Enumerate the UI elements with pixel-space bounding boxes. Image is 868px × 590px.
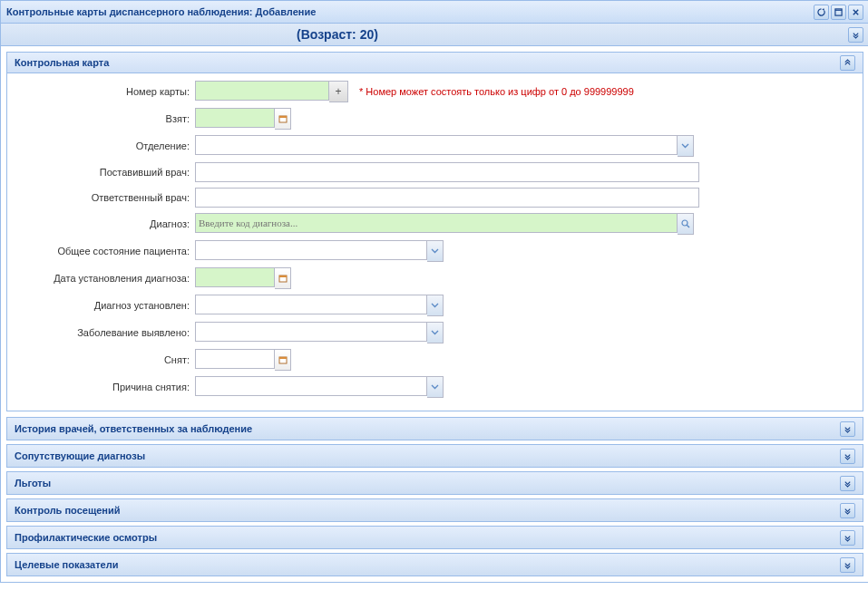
svg-point-4 xyxy=(682,220,688,226)
chevron-down-icon[interactable] xyxy=(678,135,694,157)
window-title: Контрольные карты диспансерного наблюден… xyxy=(6,6,814,17)
expand-down-icon[interactable] xyxy=(840,421,855,437)
patient-age-text: (Возраст: 20) xyxy=(6,27,848,42)
patient-subbar: (Возраст: 20) xyxy=(1,24,868,46)
svg-rect-3 xyxy=(279,116,287,118)
svg-line-5 xyxy=(687,225,689,227)
patient-condition-label: Общее состояние пациента: xyxy=(13,246,195,256)
subbar-expand-icon[interactable] xyxy=(848,27,863,43)
card-number-label: Номер карты: xyxy=(13,86,195,97)
collapsed-panel-title: Контроль посещений xyxy=(15,505,840,516)
calendar-icon[interactable] xyxy=(275,267,291,289)
removal-reason-select[interactable] xyxy=(195,376,427,396)
collapsed-panel-header[interactable]: Сопутствующие диагнозы xyxy=(7,445,863,467)
main-panel-header: Контрольная карта xyxy=(7,53,863,73)
diagnosis-label: Диагноз: xyxy=(13,218,195,229)
removal-reason-label: Причина снятия: xyxy=(13,382,195,392)
diagnosis-input[interactable] xyxy=(195,213,678,233)
chevron-down-icon[interactable] xyxy=(427,322,444,343)
collapsed-panel-header[interactable]: Льготы xyxy=(7,472,863,494)
window: Контрольные карты диспансерного наблюден… xyxy=(0,0,868,583)
collapsed-panel-header[interactable]: Профилактические осмотры xyxy=(7,527,863,548)
close-icon[interactable] xyxy=(848,5,863,20)
chevron-down-icon[interactable] xyxy=(427,240,444,262)
taken-label: Взят: xyxy=(13,113,195,124)
main-panel-title: Контрольная карта xyxy=(15,57,840,68)
collapsed-panel: Целевые показатели xyxy=(6,553,863,576)
responsible-doctor-label: Ответственный врач: xyxy=(13,192,195,203)
collapsed-panel-title: Льготы xyxy=(15,478,840,488)
assigning-doctor-label: Поставивший врач: xyxy=(13,167,195,178)
refresh-icon[interactable] xyxy=(814,5,829,20)
collapsed-panel-header[interactable]: История врачей, ответственных за наблюде… xyxy=(7,418,863,440)
expand-down-icon[interactable] xyxy=(840,530,855,546)
collapsed-panel-title: Профилактические осмотры xyxy=(15,532,840,543)
collapsed-panel-title: Сопутствующие диагнозы xyxy=(15,450,840,461)
window-titlebar: Контрольные карты диспансерного наблюден… xyxy=(1,1,868,24)
collapsed-panel-title: Целевые показатели xyxy=(15,559,840,570)
collapsed-panel: Сопутствующие диагнозы xyxy=(6,444,863,468)
assigning-doctor-input[interactable] xyxy=(195,162,699,182)
diagnosis-date-label: Дата установления диагноза: xyxy=(13,273,195,284)
diagnosis-set-label: Диагноз установлен: xyxy=(13,300,195,311)
svg-rect-9 xyxy=(279,357,287,359)
main-panel: Контрольная карта Номер карты: + * Номер… xyxy=(6,52,863,411)
maximize-icon[interactable] xyxy=(831,5,846,20)
disease-found-select[interactable] xyxy=(195,322,427,342)
svg-rect-7 xyxy=(279,276,287,277)
removed-input[interactable] xyxy=(195,349,275,369)
calendar-icon[interactable] xyxy=(275,108,291,130)
expand-down-icon[interactable] xyxy=(840,503,855,518)
collapsed-panel-title: История врачей, ответственных за наблюде… xyxy=(15,423,840,434)
main-panel-body: Номер карты: + * Номер может состоять то… xyxy=(7,73,863,411)
disease-found-label: Заболевание выявлено: xyxy=(13,327,195,338)
expand-down-icon[interactable] xyxy=(840,449,855,464)
taken-input[interactable] xyxy=(195,108,275,128)
patient-condition-select[interactable] xyxy=(195,240,427,260)
collapsed-panel-header[interactable]: Целевые показатели xyxy=(7,554,863,575)
removed-label: Снят: xyxy=(13,354,195,365)
collapsed-panel: История врачей, ответственных за наблюде… xyxy=(6,417,863,440)
chevron-down-icon[interactable] xyxy=(427,295,444,316)
responsible-doctor-input[interactable] xyxy=(195,188,699,208)
collapsed-panel: Льготы xyxy=(6,471,863,495)
collapsed-panel: Контроль посещений xyxy=(6,498,863,522)
diagnosis-set-select[interactable] xyxy=(195,295,427,314)
search-icon[interactable] xyxy=(678,213,694,235)
department-select[interactable] xyxy=(195,135,678,155)
expand-down-icon[interactable] xyxy=(840,557,855,573)
plus-icon[interactable]: + xyxy=(329,81,348,102)
diagnosis-date-input[interactable] xyxy=(195,267,275,287)
department-label: Отделение: xyxy=(13,140,195,151)
chevron-down-icon[interactable] xyxy=(427,376,444,398)
card-number-hint: * Номер может состоять только из цифр от… xyxy=(359,86,634,97)
window-tools xyxy=(814,5,863,20)
card-number-input[interactable] xyxy=(195,81,329,101)
expand-down-icon[interactable] xyxy=(840,476,855,491)
collapse-up-icon[interactable] xyxy=(840,55,855,71)
collapsed-panel: Профилактические осмотры xyxy=(6,526,863,549)
calendar-icon[interactable] xyxy=(275,349,291,371)
collapsed-panel-header[interactable]: Контроль посещений xyxy=(7,499,863,521)
